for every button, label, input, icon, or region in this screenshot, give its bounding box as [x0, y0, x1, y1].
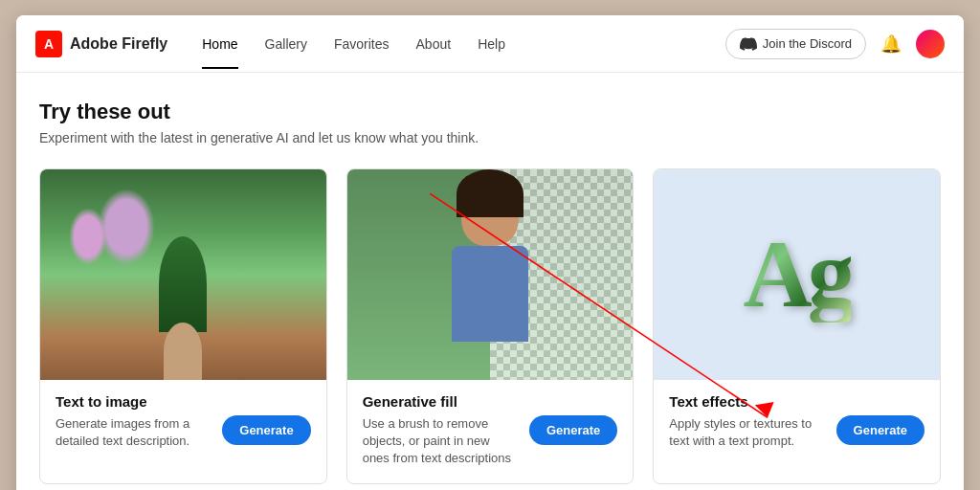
section-subtitle: Experiment with the latest in generative…: [39, 130, 941, 145]
card-image-person: [347, 169, 634, 380]
cards-grid: Text to image Generate images from a det…: [39, 168, 941, 484]
card-desc-2: Use a brush to remove objects, or paint …: [363, 415, 518, 468]
brand-name: Adobe Firefly: [70, 35, 167, 53]
section-title: Try these out: [39, 100, 941, 124]
person-silhouette: [423, 179, 557, 380]
nav-link-about[interactable]: About: [405, 29, 463, 59]
discord-button[interactable]: Join the Discord: [725, 29, 866, 59]
generate-btn-1[interactable]: Generate: [222, 415, 310, 445]
text-effect-display: Ag: [744, 227, 851, 323]
card-info-1: Text to image Generate images from a det…: [40, 380, 326, 465]
discord-icon: [740, 35, 757, 53]
card-bottom-2: Use a brush to remove objects, or paint …: [363, 415, 618, 468]
card-info-2: Generative fill Use a brush to remove ob…: [347, 380, 634, 483]
logo-area: A Adobe Firefly: [35, 31, 167, 57]
discord-btn-label: Join the Discord: [763, 36, 852, 51]
card-bottom-1: Generate images from a detailed text des…: [56, 415, 311, 450]
person-hair: [457, 169, 523, 217]
person-head: [461, 179, 519, 246]
person-body: [452, 246, 528, 342]
card-desc-1: Generate images from a detailed text des…: [56, 415, 211, 450]
cards-wrapper: Text to image Generate images from a det…: [39, 168, 941, 484]
card-text-effects: Ag Text effects Apply styles or textures…: [653, 168, 941, 484]
forest-path: [164, 323, 202, 380]
card-text-to-image: Text to image Generate images from a det…: [39, 168, 327, 484]
card-title-2: Generative fill: [363, 393, 618, 410]
user-avatar[interactable]: [916, 30, 945, 58]
generate-btn-2[interactable]: Generate: [529, 415, 617, 445]
card-bottom-3: Apply styles or textures to text with a …: [669, 415, 924, 450]
nav-link-favorites[interactable]: Favorites: [323, 29, 401, 59]
forest-tree: [159, 236, 207, 332]
navbar: A Adobe Firefly Home Gallery Favorites A…: [16, 15, 964, 73]
card-info-3: Text effects Apply styles or textures to…: [654, 380, 940, 465]
card-title-3: Text effects: [669, 393, 924, 410]
card-image-forest: [40, 169, 326, 380]
card-title-1: Text to image: [56, 393, 311, 410]
nav-links: Home Gallery Favorites About Help: [190, 29, 725, 59]
main-content: Try these out Experiment with the latest…: [16, 73, 964, 490]
notification-icon[interactable]: 🔔: [878, 31, 904, 57]
nav-link-gallery[interactable]: Gallery: [254, 29, 319, 59]
nav-link-help[interactable]: Help: [466, 29, 517, 59]
card-generative-fill: Generative fill Use a brush to remove ob…: [346, 168, 635, 484]
card-image-text-effects: Ag: [654, 169, 940, 380]
adobe-logo-icon: A: [35, 31, 62, 57]
generate-btn-3[interactable]: Generate: [836, 415, 924, 445]
browser-window: A Adobe Firefly Home Gallery Favorites A…: [16, 15, 964, 490]
nav-right: Join the Discord 🔔: [725, 29, 945, 59]
nav-link-home[interactable]: Home: [190, 29, 249, 59]
card-desc-3: Apply styles or textures to text with a …: [669, 415, 824, 450]
